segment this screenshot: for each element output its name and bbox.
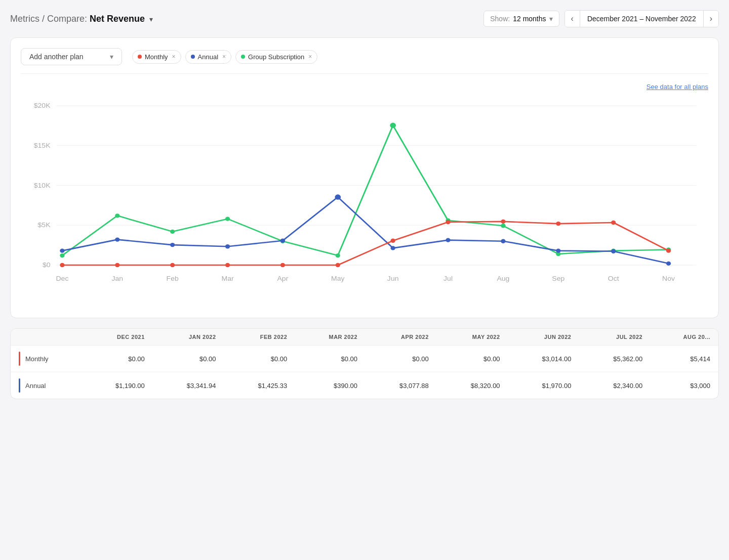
data-table: DEC 2021 JAN 2022 FEB 2022 MAR 2022 APR … <box>11 329 718 399</box>
metric-chevron-icon[interactable]: ▾ <box>149 15 153 23</box>
chart-svg: $20K $15K $10K $5K $0 <box>21 95 708 308</box>
col-header-label <box>11 329 82 346</box>
annual-dot-sep <box>556 248 560 252</box>
plan-tag-monthly: Monthly × <box>132 50 181 64</box>
add-plan-chevron-icon: ▾ <box>110 53 113 61</box>
annual-row-label: Annual <box>25 382 46 390</box>
annual-may: $8,320.00 <box>437 372 508 399</box>
monthly-dot-feb <box>170 263 175 267</box>
data-table-card: DEC 2021 JAN 2022 FEB 2022 MAR 2022 APR … <box>10 328 719 399</box>
group-dot-dec <box>60 253 64 257</box>
svg-text:$10K: $10K <box>34 182 51 189</box>
monthly-dec: $0.00 <box>82 346 153 372</box>
show-dropdown[interactable]: Show: 12 months ▾ <box>483 11 559 27</box>
row-label-annual: Annual <box>11 372 82 399</box>
annual-dot-mar <box>225 244 230 248</box>
compare-label: Compare: <box>47 14 87 24</box>
col-header-may2022: MAY 2022 <box>437 329 508 346</box>
annual-mar: $390.00 <box>295 372 366 399</box>
x-label-sep: Sep <box>552 275 564 282</box>
annual-dot-jun <box>391 246 395 250</box>
plan-tags: Monthly × Annual × Group Subscription × <box>132 50 317 64</box>
see-data-section: See data for all plans <box>21 82 708 91</box>
table-header-row: DEC 2021 JAN 2022 FEB 2022 MAR 2022 APR … <box>11 329 718 346</box>
monthly-may: $0.00 <box>437 346 508 372</box>
show-label: Show: <box>490 15 510 23</box>
group-dot-jan <box>115 213 119 218</box>
x-label-apr: Apr <box>277 275 289 282</box>
monthly-dot-aug <box>501 220 505 224</box>
x-label-dec: Dec <box>56 275 68 282</box>
x-label-feb: Feb <box>167 275 179 282</box>
monthly-jul: $5,362.00 <box>579 346 651 372</box>
add-plan-dropdown[interactable]: Add another plan ▾ <box>21 48 122 65</box>
see-data-link[interactable]: See data for all plans <box>646 83 708 91</box>
annual-dot-aug <box>501 239 505 243</box>
annual-dot-may <box>335 194 341 200</box>
group-dot-may <box>336 253 340 257</box>
plan-tag-annual: Annual × <box>185 50 232 64</box>
table-row-annual: Annual $1,190.00 $3,341.94 $1,425.33 $39… <box>11 372 718 399</box>
monthly-close-button[interactable]: × <box>172 54 176 60</box>
show-value: 12 months <box>513 15 546 23</box>
annual-close-button[interactable]: × <box>222 54 226 60</box>
table-row-monthly: Monthly $0.00 $0.00 $0.00 $0.00 $0.00 $0… <box>11 346 718 372</box>
svg-text:$15K: $15K <box>34 142 51 149</box>
breadcrumb-separator: / <box>42 14 47 24</box>
date-nav: ‹ December 2021 – November 2022 › <box>564 10 719 27</box>
monthly-jan: $0.00 <box>153 346 224 372</box>
annual-dot-jan <box>115 237 119 241</box>
x-label-aug: Aug <box>497 275 509 282</box>
annual-jan: $3,341.94 <box>153 372 224 399</box>
group-dot-feb <box>170 230 175 234</box>
svg-text:$20K: $20K <box>34 102 51 109</box>
annual-apr: $3,077.88 <box>366 372 437 399</box>
annual-dot-dec <box>60 248 64 252</box>
monthly-label: Monthly <box>145 53 168 61</box>
annual-dot-apr <box>280 239 285 243</box>
add-plan-label: Add another plan <box>29 53 84 61</box>
page-header: Metrics / Compare: Net Revenue ▾ Show: 1… <box>10 10 719 27</box>
chart-card: Add another plan ▾ Monthly × Annual × Gr… <box>10 37 719 318</box>
plan-tag-group: Group Subscription × <box>235 50 317 64</box>
breadcrumb: Metrics / Compare: Net Revenue ▾ <box>10 14 153 24</box>
group-close-button[interactable]: × <box>308 54 312 60</box>
row-label-monthly: Monthly <box>11 346 82 372</box>
svg-text:$0: $0 <box>43 262 51 269</box>
group-dot-jun <box>390 123 396 128</box>
col-header-mar2022: MAR 2022 <box>295 329 366 346</box>
svg-text:$5K: $5K <box>38 222 51 229</box>
col-header-apr2022: APR 2022 <box>366 329 437 346</box>
annual-aug: $3,000 <box>651 372 718 399</box>
annual-dot-jul <box>446 238 450 242</box>
col-header-dec2021: DEC 2021 <box>82 329 153 346</box>
x-label-jan: Jan <box>112 275 124 282</box>
next-date-button[interactable]: › <box>703 11 718 27</box>
monthly-apr: $0.00 <box>366 346 437 372</box>
monthly-row-label: Monthly <box>25 355 49 363</box>
breadcrumb-metrics[interactable]: Metrics <box>10 14 39 24</box>
monthly-jun: $3,014.00 <box>508 346 580 372</box>
monthly-dot-mar <box>225 263 230 267</box>
annual-feb: $1,425.33 <box>224 372 296 399</box>
metric-label[interactable]: Net Revenue <box>90 14 145 24</box>
annual-label: Annual <box>198 53 218 61</box>
monthly-dot-jan <box>115 263 119 267</box>
annual-dec: $1,190.00 <box>82 372 153 399</box>
group-label: Group Subscription <box>248 53 304 61</box>
monthly-feb: $0.00 <box>224 346 296 372</box>
show-chevron-icon: ▾ <box>549 15 553 23</box>
plan-filter-bar: Add another plan ▾ Monthly × Annual × Gr… <box>21 48 708 74</box>
monthly-row-indicator <box>19 352 20 366</box>
header-controls: Show: 12 months ▾ ‹ December 2021 – Nove… <box>483 10 719 27</box>
annual-row-indicator <box>19 378 20 393</box>
x-label-jul: Jul <box>443 275 453 282</box>
monthly-dot-sep <box>556 222 560 226</box>
annual-dot-feb <box>170 243 175 247</box>
monthly-dot-oct <box>611 221 616 225</box>
col-header-jan2022: JAN 2022 <box>153 329 224 346</box>
annual-jun: $1,970.00 <box>508 372 580 399</box>
prev-date-button[interactable]: ‹ <box>565 11 580 27</box>
x-label-mar: Mar <box>221 275 234 282</box>
col-header-jun2022: JUN 2022 <box>508 329 580 346</box>
